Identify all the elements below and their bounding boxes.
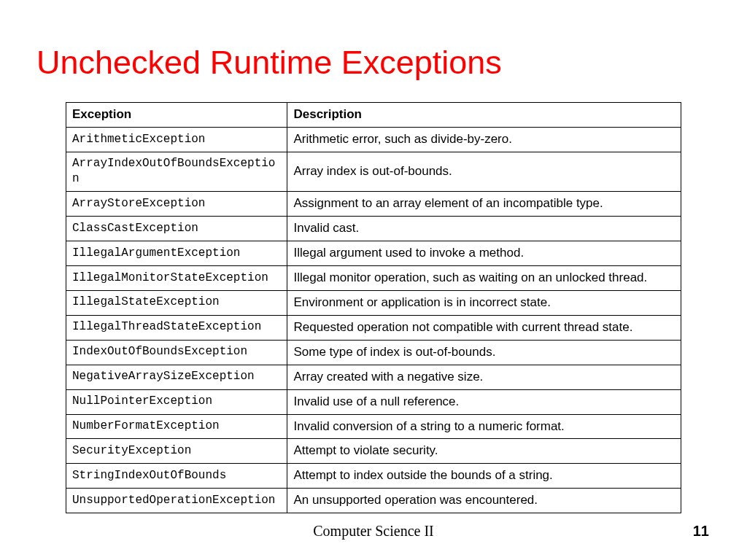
course-name: Computer Science II (313, 523, 434, 540)
exception-cell: NullPointerException (66, 389, 287, 414)
exception-cell: IndexOutOfBoundsException (66, 340, 287, 365)
table-row: IllegalStateExceptionEnvironment or appl… (66, 290, 681, 315)
exception-cell: IllegalThreadStateException (66, 315, 287, 340)
slide: Unchecked Runtime Exceptions Exception D… (0, 0, 747, 560)
exception-cell: ArrayIndexOutOfBoundsException (66, 152, 287, 191)
table-row: IllegalThreadStateExceptionRequested ope… (66, 315, 681, 340)
exception-table: Exception Description ArithmeticExceptio… (66, 102, 681, 513)
table-row: NullPointerExceptionInvalid use of a nul… (66, 389, 681, 414)
description-cell: An unsupported operation was encountered… (287, 489, 681, 513)
description-cell: Environment or application is in incorre… (287, 290, 681, 315)
exception-cell: NegativeArraySizeException (66, 365, 287, 389)
description-cell: Illegal argument used to invoke a method… (287, 241, 681, 265)
col-header-description: Description (287, 103, 681, 128)
exception-cell: NumberFormatException (66, 414, 287, 439)
page-title: Unchecked Runtime Exceptions (36, 44, 711, 82)
exception-cell: IllegalStateException (66, 290, 287, 315)
description-cell: Requested operation not compatible with … (287, 315, 681, 340)
table-row: ArrayStoreExceptionAssignment to an arra… (66, 192, 681, 217)
page-number: 11 (693, 523, 709, 540)
exception-cell: SecurityException (66, 439, 287, 464)
description-cell: Attempt to violate security. (287, 439, 681, 464)
slide-footer: Computer Science II 11 (0, 523, 747, 540)
exception-cell: IllegalMonitorStateException (66, 265, 287, 290)
description-cell: Array index is out-of-bounds. (287, 152, 681, 191)
table-row: SecurityExceptionAttempt to violate secu… (66, 439, 681, 464)
description-cell: Assignment to an array element of an inc… (287, 192, 681, 217)
description-cell: Invalid cast. (287, 217, 681, 241)
table-row: ArrayIndexOutOfBoundsExceptionArray inde… (66, 152, 681, 191)
table-row: IllegalArgumentExceptionIllegal argument… (66, 241, 681, 265)
table-row: IllegalMonitorStateExceptionIllegal moni… (66, 265, 681, 290)
description-cell: Arithmetic error, such as divide-by-zero… (287, 127, 681, 152)
table-row: NegativeArraySizeExceptionArray created … (66, 365, 681, 389)
exception-cell: ClassCastException (66, 217, 287, 241)
table-row: IndexOutOfBoundsExceptionSome type of in… (66, 340, 681, 365)
description-cell: Some type of index is out-of-bounds. (287, 340, 681, 365)
table-row: UnsupportedOperationExceptionAn unsuppor… (66, 489, 681, 513)
table-row: NumberFormatExceptionInvalid conversion … (66, 414, 681, 439)
table-header-row: Exception Description (66, 103, 681, 128)
description-cell: Invalid use of a null reference. (287, 389, 681, 414)
exception-cell: StringIndexOutOfBounds (66, 464, 287, 489)
exception-table-wrap: Exception Description ArithmeticExceptio… (66, 102, 681, 513)
col-header-exception: Exception (66, 103, 287, 128)
exception-cell: UnsupportedOperationException (66, 489, 287, 513)
exception-cell: IllegalArgumentException (66, 241, 287, 265)
table-row: StringIndexOutOfBoundsAttempt to index o… (66, 464, 681, 489)
table-row: ArithmeticExceptionArithmetic error, suc… (66, 127, 681, 152)
description-cell: Array created with a negative size. (287, 365, 681, 389)
description-cell: Illegal monitor operation, such as waiti… (287, 265, 681, 290)
description-cell: Attempt to index outside the bounds of a… (287, 464, 681, 489)
exception-cell: ArithmeticException (66, 127, 287, 152)
description-cell: Invalid conversion of a string to a nume… (287, 414, 681, 439)
table-row: ClassCastExceptionInvalid cast. (66, 217, 681, 241)
exception-cell: ArrayStoreException (66, 192, 287, 217)
